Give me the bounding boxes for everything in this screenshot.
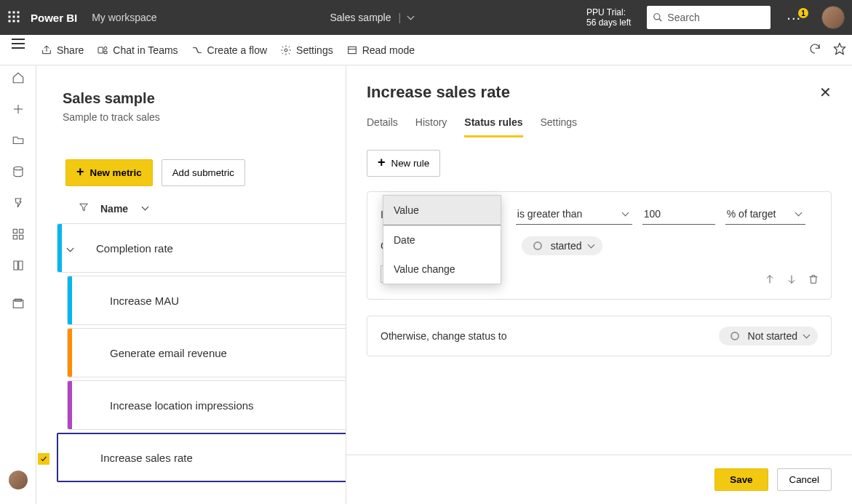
- unit-label: % of target: [727, 208, 776, 220]
- share-label: Share: [57, 44, 84, 56]
- value-type-dropdown: ValueDateValue change: [383, 195, 501, 284]
- svg-rect-20: [13, 229, 17, 233]
- tab-settings[interactable]: Settings: [541, 116, 578, 137]
- svg-rect-11: [98, 47, 103, 53]
- settings-button[interactable]: Settings: [280, 44, 333, 56]
- otherwise-status-selector[interactable]: Not started: [719, 327, 818, 345]
- search-icon: [653, 12, 663, 23]
- chevron-down-icon: [803, 332, 811, 339]
- panel-tabs: DetailsHistoryStatus rulesSettings: [367, 116, 832, 137]
- new-metric-label: New metric: [90, 167, 142, 178]
- user-avatar[interactable]: [821, 6, 845, 29]
- share-icon: [41, 44, 52, 56]
- filter-icon[interactable]: [79, 202, 89, 215]
- nav-apps[interactable]: [12, 228, 25, 243]
- readmode-label: Read mode: [362, 44, 415, 56]
- svg-rect-6: [9, 20, 11, 22]
- chevron-down-icon: [587, 241, 594, 249]
- dropdown-option[interactable]: Value change: [383, 255, 501, 284]
- trial-status[interactable]: PPU Trial: 56 days left: [586, 7, 631, 28]
- svg-rect-21: [19, 229, 23, 233]
- scorecard-title: Sales sample: [63, 90, 160, 107]
- tab-history[interactable]: History: [415, 116, 447, 137]
- chat-label: Chat in Teams: [113, 44, 178, 56]
- status-selector[interactable]: started: [522, 236, 602, 255]
- refresh-button[interactable]: [808, 42, 821, 57]
- svg-point-19: [14, 167, 23, 170]
- header-center: Sales sample |: [164, 12, 579, 23]
- new-rule-button[interactable]: New rule: [367, 150, 440, 177]
- tab-status-rules[interactable]: Status rules: [464, 116, 522, 137]
- app-launcher-icon[interactable]: [7, 10, 20, 25]
- dropdown-option[interactable]: Value: [383, 196, 501, 225]
- svg-marker-26: [80, 204, 88, 210]
- nav-create[interactable]: [12, 103, 25, 118]
- favorite-button[interactable]: [833, 42, 846, 57]
- nav-workspaces[interactable]: [12, 297, 25, 313]
- chevron-down-icon: [621, 209, 629, 217]
- dropdown-option[interactable]: Date: [383, 225, 501, 255]
- status-color-bar: [57, 224, 62, 272]
- new-metric-button[interactable]: New metric: [65, 159, 153, 186]
- svg-line-10: [659, 19, 662, 22]
- workspace-avatar[interactable]: [9, 471, 28, 489]
- more-actions-button[interactable]: ··· 1: [784, 11, 804, 24]
- global-header: Power BI My workspace Sales sample | PPU…: [0, 0, 852, 35]
- expand-toggle[interactable]: [67, 244, 74, 252]
- flow-label: Create a flow: [207, 44, 267, 56]
- delete-button[interactable]: [808, 273, 819, 287]
- search-input[interactable]: Search: [647, 6, 771, 29]
- gear-icon: [280, 44, 292, 56]
- otherwise-status-label: Not started: [748, 330, 797, 342]
- search-placeholder: Search: [667, 12, 699, 23]
- cancel-button[interactable]: Cancel: [777, 468, 832, 491]
- otherwise-label: Otherwise, change status to: [381, 330, 507, 342]
- close-button[interactable]: ✕: [819, 84, 832, 101]
- chevron-down-icon[interactable]: [142, 204, 149, 211]
- operator-dropdown[interactable]: is greater than: [516, 204, 632, 225]
- teams-icon: [97, 44, 108, 56]
- settings-label: Settings: [296, 44, 333, 56]
- move-up-button[interactable]: [764, 273, 776, 287]
- svg-rect-7: [13, 20, 15, 22]
- svg-rect-4: [13, 15, 15, 17]
- move-down-button[interactable]: [786, 273, 797, 287]
- column-name[interactable]: Name: [100, 203, 128, 215]
- nav-goals[interactable]: [12, 196, 25, 212]
- svg-rect-5: [17, 15, 20, 17]
- nav-toggle-button[interactable]: [12, 43, 25, 44]
- save-button[interactable]: Save: [714, 468, 768, 491]
- value-input[interactable]: 100: [642, 204, 715, 225]
- product-name[interactable]: Power BI: [31, 12, 77, 24]
- tab-details[interactable]: Details: [367, 116, 398, 137]
- read-mode-button[interactable]: Read mode: [346, 44, 415, 56]
- chevron-down-icon: [795, 209, 802, 217]
- command-bar: Share Chat in Teams Create a flow Settin…: [0, 35, 852, 65]
- page-title[interactable]: Sales sample: [330, 12, 391, 23]
- svg-marker-16: [835, 44, 845, 55]
- nav-learn[interactable]: [12, 259, 25, 274]
- nav-browse[interactable]: [12, 134, 25, 149]
- chevron-down-icon[interactable]: [407, 12, 415, 20]
- svg-rect-23: [19, 236, 23, 239]
- svg-rect-14: [348, 47, 356, 53]
- chat-teams-button[interactable]: Chat in Teams: [97, 44, 178, 56]
- cancel-label: Cancel: [789, 474, 820, 485]
- plus-icon: [76, 165, 84, 180]
- share-button[interactable]: Share: [41, 44, 84, 56]
- unit-dropdown[interactable]: % of target: [725, 204, 805, 225]
- value-text: 100: [644, 208, 661, 220]
- status-color-bar: [68, 276, 72, 324]
- add-submetric-button[interactable]: Add submetric: [162, 159, 245, 186]
- svg-rect-0: [9, 11, 11, 13]
- status-color-bar: [68, 381, 72, 429]
- svg-rect-22: [13, 236, 17, 239]
- nav-home[interactable]: [12, 71, 25, 87]
- workspace-breadcrumb[interactable]: My workspace: [92, 12, 156, 23]
- svg-point-13: [284, 49, 287, 52]
- trial-line1: PPU Trial:: [586, 7, 631, 17]
- create-flow-button[interactable]: Create a flow: [191, 44, 267, 56]
- read-icon: [346, 44, 358, 56]
- nav-data[interactable]: [12, 165, 25, 180]
- svg-rect-1: [13, 11, 15, 13]
